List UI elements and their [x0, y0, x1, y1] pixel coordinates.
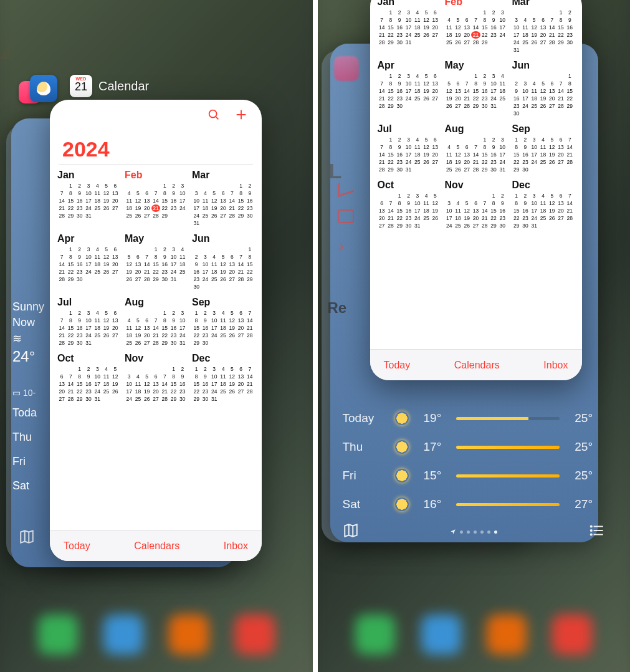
month-label: Feb [445, 0, 507, 7]
month-days-grid: 1234567891011121314151617181920212223242… [512, 136, 575, 173]
partial-text: Re [328, 299, 347, 317]
month-label: May [445, 60, 507, 71]
month-jan[interactable]: Jan 123456789101112131415161718192021222… [378, 0, 440, 54]
month-jun[interactable]: Jun 123456789101112131415161718192021222… [192, 233, 254, 290]
month-days-grid: 1234567891011121314151617181920212223242… [192, 365, 254, 403]
month-days-grid: 1234567891011121314151617181920212223242… [125, 365, 187, 403]
month-days-grid: 1234567891011121314151617181920212223242… [57, 309, 120, 347]
tab-inbox[interactable]: Inbox [543, 360, 568, 371]
month-label: Mar [192, 170, 254, 181]
screenshot-right: L ♪ Re Today 19°25° Thu 17°25° Fri 15°25… [313, 0, 631, 672]
screenshot-left: Sunny Now ≋ 24° ▭ 10- Toda Thu Fri Sat W… [0, 0, 313, 672]
month-days-grid: 1234567891011121314151617181920212223242… [378, 72, 440, 110]
month-nov[interactable]: Nov 123456789101112131415161718192021222… [445, 180, 507, 229]
calendar-toolbar [50, 100, 262, 132]
list-icon[interactable] [589, 522, 605, 541]
page-indicator[interactable] [450, 529, 497, 535]
month-label: Jul [378, 123, 440, 135]
month-days-grid: 1234567891011121314151617181920212223242… [445, 192, 507, 229]
tab-today[interactable]: Today [64, 540, 90, 552]
weather-row-label: Sat [12, 479, 37, 492]
forecast-row: Thu 17°25° [343, 440, 593, 454]
month-feb[interactable]: Feb 123456789101112131415161718192021222… [445, 0, 507, 54]
month-days-grid: 1234567891011121314151617181920212223242… [125, 182, 187, 219]
month-oct[interactable]: Oct 123456789101112131415161718192021222… [378, 180, 440, 229]
month-days-grid: 1234567891011121314151617181920212223242… [512, 72, 575, 117]
calendar-tabbar: Today Calendars Inbox [370, 349, 582, 380]
month-aug[interactable]: Aug 123456789101112131415161718192021222… [125, 297, 187, 347]
month-dec[interactable]: Dec1234567891011121314151617181920212223… [192, 353, 254, 403]
tab-calendars[interactable]: Calendars [454, 360, 500, 371]
month-label: Oct [378, 180, 440, 191]
weather-app-icon[interactable] [30, 75, 57, 102]
month-mar[interactable]: Mar 123456789101112131415161718192021222… [512, 0, 575, 54]
month-days-grid: 1234567891011121314151617181920212223242… [512, 9, 575, 54]
year-months-grid[interactable]: Jan 123456789101112131415161718192021222… [370, 0, 582, 234]
calendar-tabbar: Today Calendars Inbox [50, 530, 262, 561]
month-days-grid: 1234567891011121314151617181920212223242… [57, 182, 120, 219]
month-days-grid: 1234567891011121314151617181920212223242… [57, 246, 120, 283]
tab-calendars[interactable]: Calendars [134, 540, 179, 552]
month-label: Nov [445, 180, 507, 191]
svg-point-10 [591, 530, 592, 531]
map-icon[interactable] [19, 529, 35, 547]
weather-row-label: Thu [12, 431, 37, 444]
month-label: Aug [445, 123, 507, 135]
month-dec[interactable]: Dec1234567891011121314151617181920212223… [512, 180, 575, 229]
search-icon[interactable] [207, 108, 221, 124]
forecast-row: Today 19°25° [343, 411, 593, 425]
svg-point-11 [591, 534, 592, 535]
month-may[interactable]: May 123456789101112131415161718192021222… [125, 233, 187, 290]
month-nov[interactable]: Nov 123456789101112131415161718192021222… [125, 353, 187, 403]
weather-row-label: Fri [12, 455, 37, 468]
month-label: Dec [192, 353, 254, 364]
tab-today[interactable]: Today [384, 360, 411, 371]
month-oct[interactable]: Oct 123456789101112131415161718192021222… [57, 353, 120, 403]
month-label: Apr [57, 233, 120, 244]
month-apr[interactable]: Apr 123456789101112131415161718192021222… [378, 60, 440, 117]
plus-icon[interactable] [234, 108, 248, 124]
weather-condition: Sunny [12, 300, 44, 314]
weather-temp: 24° [12, 348, 44, 365]
month-jun[interactable]: Jun 123456789101112131415161718192021222… [512, 60, 575, 117]
month-label: Jul [57, 297, 120, 308]
month-apr[interactable]: Apr 123456789101112131415161718192021222… [57, 233, 120, 290]
month-aug[interactable]: Aug 123456789101112131415161718192021222… [445, 123, 507, 173]
month-days-grid: 1234567891011121314151617181920212223242… [192, 182, 254, 227]
tab-inbox[interactable]: Inbox [224, 540, 248, 552]
month-jul[interactable]: Jul 123456789101112131415161718192021222… [57, 297, 120, 347]
month-days-grid: 1234567891011121314151617181920212223242… [192, 246, 254, 290]
month-days-grid: 1234567891011121314151617181920212223242… [192, 309, 254, 347]
month-may[interactable]: May 123456789101112131415161718192021222… [445, 60, 507, 117]
partial-letter: L [329, 159, 342, 183]
month-days-grid: 1234567891011121314151617181920212223242… [378, 136, 440, 173]
month-label: Jun [192, 233, 254, 244]
month-days-grid: 1234567891011121314151617181920212223242… [445, 9, 507, 46]
month-jul[interactable]: Jul 123456789101112131415161718192021222… [378, 123, 440, 173]
month-days-grid: 1234567891011121314151617181920212223242… [125, 309, 187, 347]
month-label: Feb [125, 170, 187, 181]
divider [59, 164, 253, 165]
dock [0, 597, 313, 672]
month-label: Apr [378, 60, 440, 71]
month-days-grid: 1234567891011121314151617181920212223242… [445, 72, 507, 110]
month-label: Mar [512, 0, 575, 7]
month-sep[interactable]: Sep1234567891011121314151617181920212223… [192, 297, 254, 347]
sidebar-icons-ghost: ♪ [338, 181, 354, 252]
month-mar[interactable]: Mar 123456789101112131415161718192021222… [192, 170, 254, 227]
month-jan[interactable]: Jan 123456789101112131415161718192021222… [57, 170, 120, 227]
year-header[interactable]: 2024 [50, 132, 262, 164]
switcher-app-tag: WED 21 Calendar [70, 75, 149, 97]
sun-icon [395, 497, 409, 511]
year-months-grid[interactable]: Jan 123456789101112131415161718192021222… [50, 168, 262, 408]
calendar-app-card[interactable]: 2024 Jan 1234567891011121314151617181920… [50, 100, 262, 561]
calendar-app-card[interactable]: Jan 123456789101112131415161718192021222… [370, 0, 582, 380]
month-feb[interactable]: Feb 123456789101112131415161718192021222… [125, 170, 187, 227]
month-days-grid: 1234567891011121314151617181920212223242… [378, 9, 440, 46]
calendar-app-icon[interactable]: WED 21 [70, 75, 92, 97]
music-app-icon[interactable] [334, 56, 359, 81]
map-icon[interactable] [343, 522, 359, 541]
month-sep[interactable]: Sep1234567891011121314151617181920212223… [512, 123, 575, 173]
weather-now-label: Now [12, 316, 44, 329]
month-label: Sep [192, 297, 254, 308]
